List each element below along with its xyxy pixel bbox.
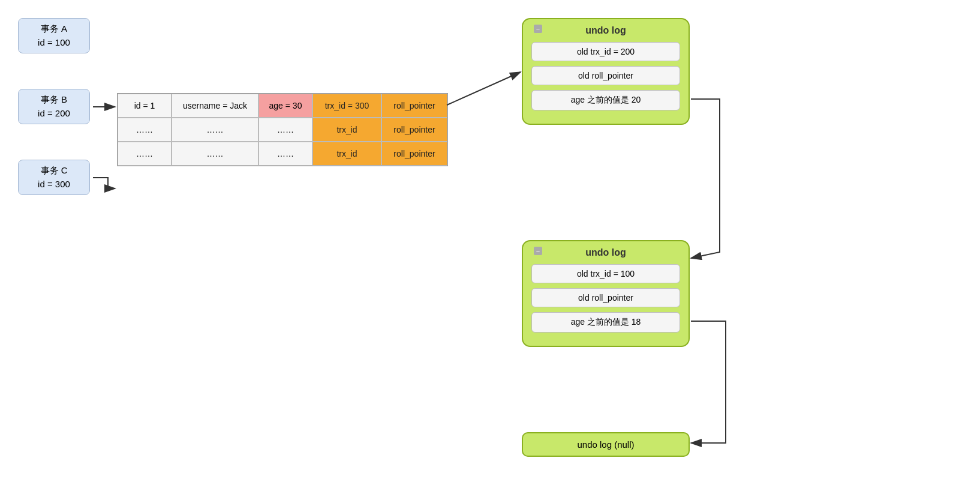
data-row-2: …… …… …… trx_id roll_pointer xyxy=(118,142,447,166)
arrows-svg xyxy=(0,0,980,491)
arrow-trxc-row2 xyxy=(93,178,115,188)
transaction-a: 事务 A id = 100 xyxy=(18,18,90,53)
cell-2-3: trx_id xyxy=(312,142,381,166)
transaction-b: 事务 B id = 200 xyxy=(18,89,90,124)
undo-log-1-item-2: age 之前的值是 20 xyxy=(531,90,680,110)
undo-log-1-title: undo log xyxy=(531,25,680,36)
undo-log-2-item-2: age 之前的值是 18 xyxy=(531,312,680,333)
undo-log-1-item-1: old roll_pointer xyxy=(531,66,680,85)
undo-log-null-text: undo log (null) xyxy=(577,439,634,450)
transaction-b-label: 事务 B xyxy=(27,93,81,107)
cell-2-4: roll_pointer xyxy=(381,142,447,166)
data-row-1: …… …… …… trx_id roll_pointer xyxy=(118,118,447,142)
cell-0-4: roll_pointer xyxy=(381,94,447,118)
transaction-b-id: id = 200 xyxy=(27,107,81,121)
arrow-undolog1-undolog2 xyxy=(691,99,720,258)
undo-log-2-item-1: old roll_pointer xyxy=(531,288,680,307)
data-row-0: id = 1 username = Jack age = 30 trx_id =… xyxy=(118,94,447,118)
cell-0-3: trx_id = 300 xyxy=(312,94,381,118)
minimize-badge-1: − xyxy=(534,25,542,33)
cell-1-4: roll_pointer xyxy=(381,118,447,142)
cell-0-1: username = Jack xyxy=(172,94,258,118)
cell-0-0: id = 1 xyxy=(118,94,172,118)
cell-1-0: …… xyxy=(118,118,172,142)
transaction-c-id: id = 300 xyxy=(27,178,81,191)
data-table: id = 1 username = Jack age = 30 trx_id =… xyxy=(117,93,448,166)
cell-0-2: age = 30 xyxy=(258,94,312,118)
undo-log-2-item-0: old trx_id = 100 xyxy=(531,264,680,283)
transaction-a-label: 事务 A xyxy=(27,22,81,36)
undo-log-2: − undo log old trx_id = 100 old roll_poi… xyxy=(522,240,690,347)
cell-1-2: …… xyxy=(258,118,312,142)
cell-2-2: …… xyxy=(258,142,312,166)
undo-log-2-title: undo log xyxy=(531,247,680,258)
transaction-c-label: 事务 C xyxy=(27,164,81,178)
transaction-a-id: id = 100 xyxy=(27,36,81,50)
cell-2-0: …… xyxy=(118,142,172,166)
cell-2-1: …… xyxy=(172,142,258,166)
arrow-undolog2-undolognull xyxy=(691,321,726,443)
cell-1-1: …… xyxy=(172,118,258,142)
undo-log-1: − undo log old trx_id = 200 old roll_poi… xyxy=(522,18,690,125)
undo-log-1-item-0: old trx_id = 200 xyxy=(531,42,680,61)
cell-1-3: trx_id xyxy=(312,118,381,142)
undo-log-null: undo log (null) xyxy=(522,432,690,457)
transaction-c: 事务 C id = 300 xyxy=(18,160,90,195)
arrow-row0-undolog1 xyxy=(447,72,521,105)
minimize-badge-2: − xyxy=(534,247,542,255)
